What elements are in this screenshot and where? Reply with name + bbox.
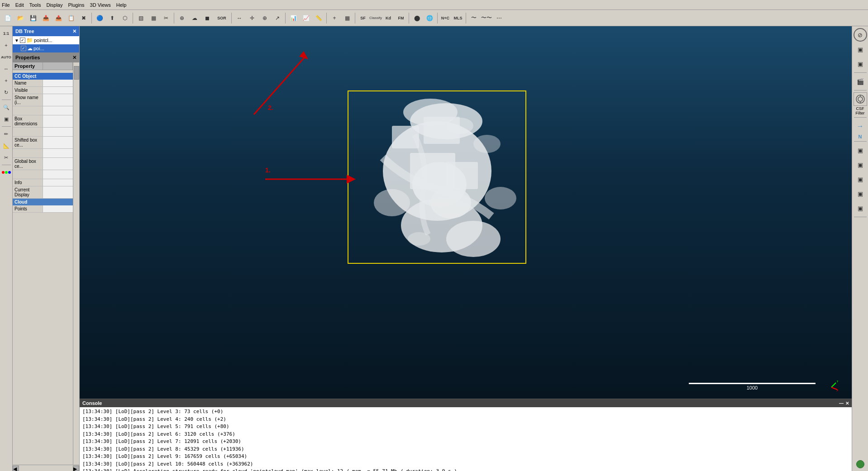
prop-label-info: Info	[13, 179, 43, 186]
console-minimize[interactable]: —	[839, 401, 844, 406]
rs-disable[interactable]: ⊘	[854, 28, 867, 42]
menu-bar: File Edit Tools Display Plugins 3D Views…	[0, 0, 868, 10]
tb-select[interactable]: ▧	[135, 12, 147, 24]
lt-pan[interactable]: ↔	[1, 63, 12, 74]
lt-zoom-in[interactable]: +	[1, 40, 12, 51]
tb-up[interactable]: ⬆	[106, 12, 118, 24]
props-scrollbar[interactable]	[73, 62, 79, 465]
lt-auto[interactable]: AUTO	[1, 52, 12, 62]
viewport[interactable]: 1. 2. 1000 Y X	[80, 26, 852, 399]
tree-item-cloud[interactable]: ✓ ☁ poi...	[13, 44, 79, 52]
prop-row-currentdisplay[interactable]: Current Display	[13, 186, 73, 199]
lt-scale[interactable]: 1:1	[1, 28, 12, 39]
tb-move[interactable]: ↔	[234, 12, 245, 24]
console-line-5: [13:34:30] [LoD][pass 2] Level 7: 12091 …	[82, 438, 849, 446]
tb-measure[interactable]: 📏	[313, 12, 324, 24]
scalebar-label: 1000	[747, 385, 758, 390]
tb-select2[interactable]: ▦	[148, 12, 159, 24]
tb-chart2[interactable]: 📈	[300, 12, 312, 24]
tb-extra[interactable]: ⋯	[493, 12, 505, 24]
tb-sphere[interactable]: ⬤	[411, 12, 423, 24]
tb-import[interactable]: 📥	[40, 12, 52, 24]
tb-plus[interactable]: +	[329, 12, 340, 24]
menu-file[interactable]: File	[2, 2, 10, 8]
console-content[interactable]: [13:34:30] [LoD][pass 2] Level 3: 73 cel…	[80, 407, 852, 471]
dbtree-close[interactable]: ✕	[72, 29, 76, 34]
dbtree-content[interactable]: ▼ ✓ 📁 pointcl... ✓ ☁ poi...	[13, 36, 79, 52]
prop-row-global[interactable]: Global box ce...	[13, 158, 73, 170]
tb-globe[interactable]: 🌐	[424, 12, 435, 24]
tb-sf1[interactable]: SF	[357, 12, 369, 24]
tb-export[interactable]: 📤	[52, 12, 64, 24]
rs-settings5[interactable]: ▣	[854, 201, 867, 215]
tb-open[interactable]: 📂	[14, 12, 26, 24]
lt-edit[interactable]: ✏	[1, 128, 12, 139]
lt-rotate[interactable]: ↻	[1, 87, 12, 98]
tb-grid[interactable]: ▦	[341, 12, 353, 24]
lt-clip[interactable]: ✂	[1, 152, 12, 163]
tb-wave2[interactable]: 〜〜	[481, 12, 492, 24]
prop-row-info[interactable]: Info	[13, 179, 73, 186]
tb-cloud[interactable]: ☁	[189, 12, 200, 24]
menu-3dviews[interactable]: 3D Views	[90, 2, 111, 8]
tb-wave[interactable]: 〜	[468, 12, 480, 24]
hscroll-right[interactable]: ▶	[73, 466, 79, 471]
prop-row-visible[interactable]: Visible	[13, 87, 73, 94]
csf-filter-button[interactable]	[854, 92, 867, 106]
rs-film[interactable]: 🎬	[854, 75, 867, 88]
rs-sep2	[854, 90, 867, 90]
tb-sor[interactable]: SOR	[214, 12, 229, 24]
prop-row-showname[interactable]: Show name (i...	[13, 94, 73, 106]
props-hscroll[interactable]: ◀ ▶	[13, 465, 79, 471]
tb-sample[interactable]: 🔵	[94, 12, 105, 24]
prop-row-boxdim[interactable]: Box dimensions	[13, 115, 73, 128]
props-close[interactable]: ✕	[72, 55, 76, 61]
tb-properties[interactable]: 📋	[65, 12, 77, 24]
rs-square1[interactable]: ▣	[854, 43, 867, 56]
tb-kd[interactable]: Kd	[382, 12, 394, 24]
prop-row-points[interactable]: Points	[13, 205, 73, 213]
hscroll-left[interactable]: ◀	[13, 466, 19, 471]
tree-check-2[interactable]: ✓	[21, 46, 26, 51]
rs-settings2[interactable]: ▣	[854, 158, 867, 171]
rs-square2[interactable]: ▣	[854, 57, 867, 71]
prop-row-shifted[interactable]: Shifted box ce...	[13, 137, 73, 149]
tree-check-1[interactable]: ✓	[20, 38, 25, 43]
lt-zoom[interactable]: 🔍	[1, 102, 12, 113]
lt-measure[interactable]: 📐	[1, 140, 12, 151]
menu-help[interactable]: Help	[116, 2, 127, 8]
tb-chart[interactable]: 📊	[287, 12, 299, 24]
menu-edit[interactable]: Edit	[15, 2, 24, 8]
lt-crosshair[interactable]: +	[1, 75, 12, 86]
tb-arrow[interactable]: ↗	[272, 12, 283, 24]
tb-cross[interactable]: ✛	[246, 12, 258, 24]
tree-item-pointcloud[interactable]: ▼ ✓ 📁 pointcl...	[13, 36, 79, 44]
tb-delete[interactable]: ✖	[78, 12, 90, 24]
tb-new[interactable]: 📄	[2, 12, 14, 24]
menu-tools[interactable]: Tools	[29, 2, 41, 8]
dbtree-panel: DB Tree ✕ ▼ ✓ 📁 pointcl... ✓ ☁ poi...	[13, 26, 80, 52]
lt-color[interactable]	[1, 167, 12, 178]
menu-plugins[interactable]: Plugins	[68, 2, 84, 8]
tb-nc[interactable]: N+C	[439, 12, 451, 24]
scroll-thumb[interactable]	[74, 66, 79, 80]
tb-fm[interactable]: FM	[395, 12, 407, 24]
tb-merge[interactable]: ⊕	[176, 12, 188, 24]
rs-arrow[interactable]: →	[854, 119, 867, 133]
tb-mls[interactable]: MLS	[452, 12, 464, 24]
tb-filter[interactable]: ⬡	[119, 12, 131, 24]
rs-settings1[interactable]: ▣	[854, 143, 867, 157]
rs-settings3[interactable]: ▣	[854, 172, 867, 186]
menu-display[interactable]: Display	[46, 2, 62, 8]
tb-solid[interactable]: ◼	[201, 12, 213, 24]
prop-section-ccobject: CC Object	[13, 73, 73, 80]
lt-layers[interactable]: ▣	[1, 114, 12, 124]
tb-aim[interactable]: ⊕	[259, 12, 271, 24]
rs-green-circle[interactable]	[856, 460, 864, 468]
tb-crop[interactable]: ✂	[160, 12, 172, 24]
rs-settings4[interactable]: ▣	[854, 187, 867, 200]
tb-save[interactable]: 💾	[27, 12, 39, 24]
tb-classify[interactable]: Classify	[370, 12, 382, 24]
prop-row-name[interactable]: Name	[13, 80, 73, 87]
console-close[interactable]: ✕	[845, 401, 849, 406]
